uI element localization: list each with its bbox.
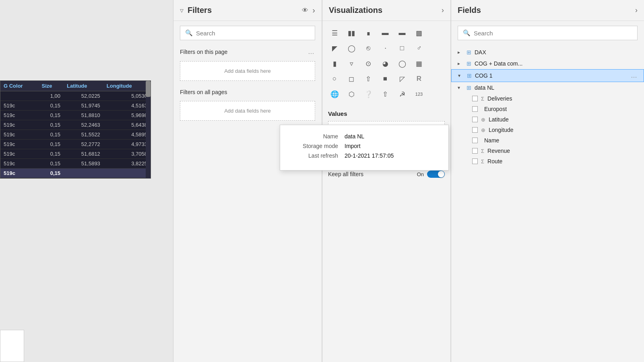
fields-chevron-right-icon[interactable]: ›: [635, 6, 638, 14]
viz-icon-pie-btn[interactable]: ◕: [377, 56, 393, 71]
viz-icon-r-btn[interactable]: R: [411, 72, 427, 86]
viz-icon-waterfall-btn[interactable]: □: [394, 41, 410, 56]
tooltip-name-row: Name data NL: [290, 133, 439, 140]
table-cell: 0,15: [39, 159, 64, 169]
viz-icon-treemap-btn[interactable]: ▦: [411, 56, 427, 71]
filters-header: ▿ Filters 👁 ›: [173, 0, 322, 21]
col-header-size: Size: [39, 81, 64, 91]
viz-icon-card-btn[interactable]: ◻: [343, 72, 359, 86]
keep-filters-toggle[interactable]: On: [417, 171, 445, 178]
tree-child-label: Europost: [484, 106, 507, 112]
field-checkbox[interactable]: [472, 158, 478, 164]
viz-panel-title: Visualizations: [329, 6, 382, 15]
table-row[interactable]: 1,0052,02255,0530: [0, 91, 151, 101]
field-checkbox[interactable]: [472, 96, 478, 101]
data-table: G Color Size Latitude Longitude 1,0052,0…: [0, 80, 151, 179]
tree-item[interactable]: ▾⊞COG 1…: [451, 69, 644, 82]
viz-icon-globe-btn[interactable]: 🌐: [326, 87, 343, 101]
fields-header: Fields ›: [451, 0, 644, 21]
fields-search-input[interactable]: [474, 30, 632, 37]
filters-search-input[interactable]: [196, 30, 310, 37]
table-cell: 3,7058: [103, 149, 151, 159]
table-row[interactable]: 519c0,1551,88105,9698: [0, 111, 151, 120]
scrollbar-thumb[interactable]: [146, 81, 151, 97]
filters-all-pages-add[interactable]: Add data fields here: [180, 101, 315, 121]
col-header-gcolor: G Color: [0, 81, 39, 91]
tree-item[interactable]: ▸⊞COG + Data com...: [451, 58, 644, 69]
viz-icon-funnel-btn[interactable]: ▿: [343, 56, 359, 71]
fields-search-icon: 🔍: [463, 29, 471, 37]
filters-chevron-right-icon[interactable]: ›: [312, 6, 315, 15]
viz-icon-scatter-btn[interactable]: ⋅: [377, 41, 393, 56]
tree-child-item[interactable]: Europost: [451, 104, 644, 114]
tree-child-item[interactable]: ⊕Latitude: [451, 114, 644, 125]
field-checkbox[interactable]: [472, 148, 478, 154]
tree-child-item[interactable]: Name: [451, 135, 644, 146]
tree-child-item[interactable]: ΣRoute: [451, 156, 644, 167]
tree-table-icon: ⊞: [466, 84, 471, 91]
table-cell: 4,9733: [103, 140, 151, 149]
tree-child-item[interactable]: ΣDeliveries: [451, 93, 644, 104]
table-cell: 519c: [0, 149, 39, 159]
viz-icon-123-btn[interactable]: 123: [411, 87, 427, 101]
tree-child-item[interactable]: ΣRevenue: [451, 146, 644, 156]
filters-this-page-add[interactable]: Add data fields here: [180, 61, 315, 81]
table-row[interactable]: 519c0,1551,58933,8225: [0, 159, 151, 169]
table-row[interactable]: 519c0,1552,27724,9733: [0, 140, 151, 149]
tree-child-item[interactable]: ⊕Longitude: [451, 125, 644, 135]
viz-icon-qna-btn[interactable]: ❔: [360, 87, 376, 101]
viz-icon-stacked-bar-btn[interactable]: ∎: [360, 26, 376, 40]
viz-chevron-right-icon[interactable]: ›: [442, 6, 444, 14]
viz-icon-shapes-btn[interactable]: ⬡: [343, 87, 359, 101]
filters-eye-icon[interactable]: 👁: [302, 7, 308, 14]
table-cell: 519c: [0, 120, 39, 130]
table-row[interactable]: 519c0,1551,55224,5895: [0, 130, 151, 140]
tree-item[interactable]: ▾⊞data NL: [451, 82, 644, 93]
table-cell: 51,5522: [64, 130, 103, 140]
table-cell: 519c: [0, 169, 39, 178]
filters-this-page-dots[interactable]: …: [308, 48, 315, 56]
tree-item[interactable]: ▸⊞DAX: [451, 47, 644, 58]
field-checkbox[interactable]: [472, 117, 478, 122]
table-row[interactable]: 519c0,15: [0, 169, 151, 178]
viz-icon-scatter2-btn[interactable]: ⊙: [360, 56, 376, 71]
table-row[interactable]: 519c0,1551,97454,5163: [0, 101, 151, 111]
viz-icon-100pct-bar-btn[interactable]: ▬: [394, 26, 410, 40]
table-row[interactable]: 519c0,1552,24635,6438: [0, 120, 151, 130]
viz-icon-table2-btn[interactable]: ◸: [394, 72, 410, 86]
field-checkbox[interactable]: [472, 127, 478, 133]
filters-all-pages-label: Filters on all pages: [180, 89, 227, 95]
tree-table-icon: ⊞: [466, 60, 471, 67]
viz-icon-donut-btn[interactable]: ◯: [394, 56, 410, 71]
viz-icon-ribbon-btn[interactable]: ⎋: [360, 41, 376, 56]
filters-all-pages-section: Filters on all pages: [173, 86, 322, 99]
viz-icon-column-btn[interactable]: ▮: [326, 56, 343, 71]
field-checkbox[interactable]: [472, 138, 478, 143]
viz-icon-clustered-bar-btn[interactable]: ▬: [377, 26, 393, 40]
viz-icon-kpi-btn[interactable]: ⇧: [360, 72, 376, 86]
filters-this-page-section: Filters on this page …: [173, 45, 322, 59]
viz-icon-bar-btn[interactable]: ▮▮: [343, 26, 359, 40]
viz-icon-line-btn[interactable]: ◤: [326, 41, 343, 56]
viz-icon-map-btn[interactable]: ♂: [411, 41, 427, 56]
tree-item-dots[interactable]: …: [631, 72, 637, 79]
viz-icon-table-btn[interactable]: ☰: [326, 26, 343, 40]
viz-icon-combo-btn[interactable]: ▩: [411, 26, 427, 40]
viz-icon-matrix-btn[interactable]: ■: [377, 72, 393, 86]
viz-icon-gauge-btn[interactable]: ○: [326, 72, 343, 86]
viz-icon-area-btn[interactable]: ◯: [343, 41, 359, 56]
table-cell: [64, 169, 103, 178]
table-scrollbar[interactable]: [146, 81, 151, 178]
viz-icon-wavy-btn[interactable]: ☭: [394, 87, 410, 101]
table-cell: 0,15: [39, 130, 64, 140]
field-checkbox[interactable]: [472, 106, 478, 112]
tooltip-refresh-label: Last refresh: [290, 152, 338, 159]
viz-icon-arrow-btn[interactable]: ⇧: [377, 87, 393, 101]
table-row[interactable]: 519c0,1551,68123,7058: [0, 149, 151, 159]
tree-item-label: DAX: [475, 49, 638, 56]
globe-icon: ⊕: [481, 127, 485, 133]
table-cell: 519c: [0, 159, 39, 169]
sigma-icon: Σ: [481, 158, 484, 165]
globe-icon: ⊕: [481, 117, 485, 123]
keep-filters-track[interactable]: [427, 171, 445, 178]
